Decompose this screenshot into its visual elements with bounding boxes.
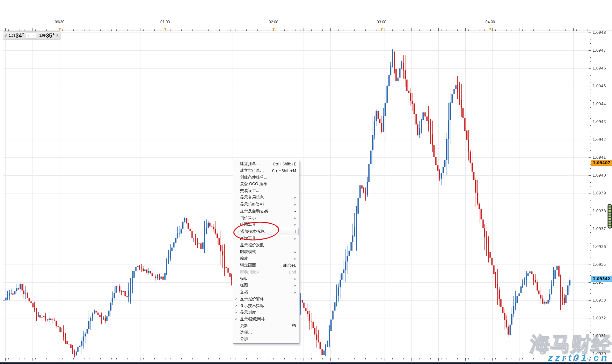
menu-item-1[interactable]: 建立市价单…Ctrl+Shift+M bbox=[233, 167, 299, 174]
submenu-arrow-icon: ▸ bbox=[295, 196, 296, 199]
buy-price-prefix: 1.09 bbox=[40, 34, 46, 37]
price-tick-label: 1.0948 bbox=[593, 30, 606, 35]
menu-item-label: 显示技术指标 bbox=[240, 303, 264, 309]
menu-item-7[interactable]: 提示及自动交易▸ bbox=[233, 208, 299, 215]
menu-item-label: 更新 bbox=[240, 323, 248, 329]
menu-item-label: 显示交易信息 bbox=[240, 195, 264, 200]
checkmark-icon: ✓ bbox=[235, 317, 238, 321]
price-tick-label: 1.0931 bbox=[593, 334, 606, 338]
menu-item-label: 锁定画面 bbox=[240, 263, 256, 268]
time-tick-label: 09/30 bbox=[55, 20, 64, 24]
menu-item-label: 建立市价单… bbox=[240, 168, 264, 173]
checkmark-icon: ✓ bbox=[235, 304, 238, 308]
menu-item-label: 显示报价次数 bbox=[240, 243, 264, 248]
sell-price-pips: 34 bbox=[16, 33, 22, 39]
time-tick-label: 04:00 bbox=[485, 20, 495, 24]
time-tick-label: 03:00 bbox=[377, 20, 386, 24]
menu-item-21[interactable]: ✓显示技术指标 bbox=[233, 302, 299, 309]
menu-item-shortcut: Ctrl+Shift+M bbox=[272, 169, 296, 173]
menu-item-label: 抓图 bbox=[240, 283, 248, 288]
price-tick-label: 1.0940 bbox=[593, 173, 606, 178]
menu-item-20[interactable]: ✓显示报价窗格 bbox=[233, 296, 299, 302]
menu-item-label: 建立挂单… bbox=[240, 161, 260, 167]
price-tick-label: 1.0938 bbox=[593, 209, 606, 213]
menu-item-13[interactable]: 图表模式▸ bbox=[233, 249, 299, 255]
menu-item-label: 文档 bbox=[240, 290, 248, 295]
submenu-arrow-icon: ▸ bbox=[295, 277, 296, 280]
submenu-arrow-icon: ▸ bbox=[295, 203, 296, 206]
submenu-arrow-icon: ▸ bbox=[295, 223, 296, 226]
menu-item-6[interactable]: 显示策略资料▸ bbox=[233, 201, 299, 207]
quote-panel[interactable]: S 1.09 34 2 1 ▾ 1.09 35 4 B bbox=[3, 31, 61, 40]
chevron-down-icon: ▾ bbox=[33, 34, 35, 37]
submenu-arrow-icon: ▸ bbox=[295, 284, 296, 287]
price-tick-label: 1.0942 bbox=[593, 137, 606, 142]
menu-item-23[interactable]: ✓显示/隐藏网格 bbox=[233, 316, 299, 323]
menu-item-26[interactable]: 分拆 bbox=[233, 336, 299, 343]
crosshair-vertical-line bbox=[232, 31, 232, 160]
buy-price-pips: 35 bbox=[46, 33, 52, 39]
quantity-stepper[interactable]: 1 ▾ bbox=[26, 33, 36, 39]
menu-item-shortcut: F5 bbox=[292, 324, 296, 328]
menu-item-3[interactable]: 复合 OCO 挂单... bbox=[233, 181, 299, 187]
candlestick-chart[interactable] bbox=[0, 0, 612, 364]
menu-item-label: 复合 OCO 挂单... bbox=[240, 181, 271, 187]
menu-item-14[interactable]: 缩放▸ bbox=[233, 255, 299, 262]
submenu-arrow-icon: ▸ bbox=[295, 209, 296, 213]
price-tick-label: 1.0939 bbox=[593, 191, 606, 195]
price-tick-label: 1.0936 bbox=[593, 244, 606, 249]
menu-item-12[interactable]: 显示报价次数 bbox=[233, 242, 299, 249]
bottom-edge-strip bbox=[0, 362, 612, 364]
submenu-arrow-icon: ▸ bbox=[295, 291, 296, 294]
menu-item-label: 提示及自动交易 bbox=[240, 208, 268, 214]
sell-price-prefix: 1.09 bbox=[9, 34, 15, 37]
checkmark-icon: ✓ bbox=[235, 310, 238, 315]
menu-item-17[interactable]: 模板▸ bbox=[233, 275, 299, 282]
menu-item-label: 显示刻度 bbox=[240, 310, 256, 315]
menu-item-shortcut: Shift+L bbox=[283, 263, 296, 268]
sell-label: S bbox=[5, 34, 7, 38]
menu-item-24[interactable]: 更新F5 bbox=[233, 323, 299, 329]
price-tick-label: 1.0946 bbox=[593, 66, 606, 70]
menu-item-8[interactable]: 到价提示▸ bbox=[233, 215, 299, 221]
menu-item-label: 创建条件挂单... bbox=[240, 175, 267, 180]
crosshair-horizontal-line bbox=[3, 159, 233, 159]
menu-item-label: 滚动到最末 bbox=[240, 269, 260, 275]
menu-item-shortcut: I bbox=[295, 229, 296, 234]
sell-price-frac: 2 bbox=[22, 33, 24, 36]
menu-item-4[interactable]: 交易设置... bbox=[233, 187, 299, 194]
price-tick-label: 1.0947 bbox=[593, 48, 606, 53]
checkmark-icon: ✓ bbox=[235, 297, 238, 301]
price-tick-label: 1.0930 bbox=[593, 352, 606, 356]
menu-item-label: 显示/隐藏网格 bbox=[240, 317, 265, 322]
menu-item-18[interactable]: 抓图▸ bbox=[233, 282, 299, 289]
menu-item-19[interactable]: 文档▸ bbox=[233, 289, 299, 295]
quantity-value: 1 bbox=[27, 34, 29, 38]
price-tick-label: 1.0933 bbox=[593, 298, 606, 302]
menu-item-label: 缩放 bbox=[240, 256, 248, 261]
menu-item-25[interactable]: 选项… bbox=[233, 329, 299, 336]
menu-item-22[interactable]: ✓显示刻度 bbox=[233, 309, 299, 316]
submenu-arrow-icon: ▸ bbox=[295, 257, 296, 260]
time-tick-label: 01:00 bbox=[160, 20, 170, 24]
current-bid-badge: 1.09342 bbox=[591, 276, 612, 282]
menu-item-label: 到价提示 bbox=[240, 215, 256, 221]
buy-price-frac: 4 bbox=[53, 33, 55, 36]
menu-item-label: 分拆 bbox=[240, 337, 248, 342]
menu-item-label: 显示策略资料 bbox=[240, 202, 264, 207]
trading-app-window: EUR/USD, m1 ✕ 策略仪表盘 (0/0) + □ ✕ EUR/USD … bbox=[0, 0, 612, 364]
price-tick-label: 1.0935 bbox=[593, 262, 606, 267]
menu-item-label: 图表模式 bbox=[240, 249, 256, 255]
vertical-scrollbar-thumb[interactable] bbox=[608, 204, 612, 229]
chart-context-menu: 建立挂单…Ctrl+Shift+E建立市价单…Ctrl+Shift+M创建条件挂… bbox=[233, 160, 299, 344]
menu-item-5[interactable]: 显示交易信息▸ bbox=[233, 194, 299, 201]
price-tick-label: 1.0937 bbox=[593, 227, 606, 231]
menu-item-2[interactable]: 创建条件挂单... bbox=[233, 174, 299, 181]
submenu-arrow-icon: ▸ bbox=[295, 250, 296, 254]
price-tick-label: 1.0945 bbox=[593, 84, 606, 88]
menu-item-15[interactable]: 锁定画面Shift+L bbox=[233, 262, 299, 269]
menu-item-0[interactable]: 建立挂单…Ctrl+Shift+E bbox=[233, 161, 299, 167]
menu-item-label: 交易设置... bbox=[240, 188, 259, 193]
menu-item-label: 模板 bbox=[240, 276, 248, 281]
menu-item-label: 选项… bbox=[240, 330, 252, 335]
